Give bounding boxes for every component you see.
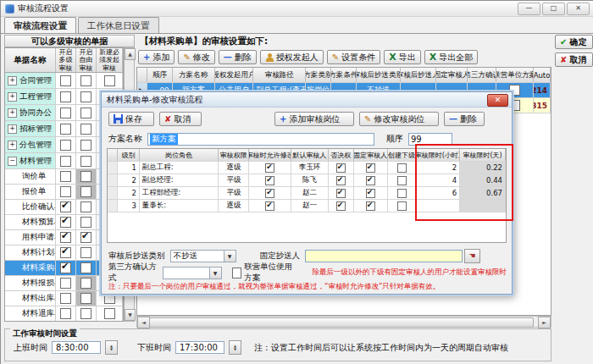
- checkbox[interactable]: [80, 293, 91, 304]
- checkbox[interactable]: [60, 108, 71, 119]
- third-party-select[interactable]: ▼: [163, 267, 221, 279]
- end-time-input[interactable]: 17:30:00: [175, 341, 224, 354]
- chevron-down-icon[interactable]: ▼: [209, 267, 221, 279]
- checkbox[interactable]: [265, 189, 274, 198]
- collapse-icon[interactable]: −: [8, 157, 17, 166]
- checkbox[interactable]: [60, 278, 71, 289]
- ok-button[interactable]: ✔ 确定: [555, 35, 593, 49]
- checkbox[interactable]: [60, 247, 71, 258]
- dialog-cancel-button[interactable]: ✘取消: [159, 112, 202, 126]
- checkbox[interactable]: [336, 163, 346, 173]
- dcol-2[interactable]: 岗位角色: [140, 149, 219, 161]
- checkbox[interactable]: [80, 140, 91, 151]
- checkbox[interactable]: [60, 232, 71, 243]
- dialog-row-1[interactable]: 1副总工程:逐级李玉环20.22: [108, 162, 506, 174]
- checkbox[interactable]: [60, 156, 71, 167]
- start-time-input[interactable]: 8:30:00: [52, 341, 101, 354]
- checkbox[interactable]: [80, 278, 91, 289]
- checkbox[interactable]: [80, 232, 91, 243]
- checkbox[interactable]: [397, 201, 407, 211]
- col-5[interactable]: 方案类别: [306, 68, 331, 82]
- plan-name-input[interactable]: 新方案: [147, 133, 374, 146]
- minimize-button[interactable]: —: [518, 3, 540, 15]
- dcol-10[interactable]: 审核限时(天): [460, 149, 506, 161]
- checkbox[interactable]: [60, 124, 71, 135]
- checkbox[interactable]: [60, 75, 71, 86]
- checkbox[interactable]: [336, 176, 346, 185]
- expand-icon[interactable]: +: [8, 124, 17, 134]
- delete-post-button[interactable]: —删除: [444, 112, 485, 126]
- checkbox[interactable]: [80, 108, 91, 119]
- person-picker-icon[interactable]: ☚: [464, 249, 480, 263]
- dialog-row-2[interactable]: 2副总经理:平级陈飞40.44: [108, 174, 506, 187]
- checkbox[interactable]: [80, 217, 91, 228]
- checkbox[interactable]: [80, 124, 91, 135]
- expand-icon[interactable]: +: [8, 92, 17, 102]
- col-10[interactable]: 第三方确认: [468, 68, 496, 82]
- col-11[interactable]: 联营单位方案: [496, 68, 534, 82]
- horizontal-scrollbar[interactable]: ◄ ►: [136, 316, 551, 328]
- expand-icon[interactable]: +: [8, 108, 17, 118]
- col-3[interactable]: 授权发起用户: [215, 68, 254, 82]
- checkbox[interactable]: [60, 186, 71, 197]
- checkbox[interactable]: [80, 201, 91, 212]
- 修改-button[interactable]: ✎修改: [178, 50, 214, 64]
- checkbox[interactable]: [80, 75, 91, 86]
- checkbox[interactable]: [80, 247, 91, 258]
- fixed-cc-input[interactable]: [305, 250, 463, 262]
- dcol-3[interactable]: 审核权限: [219, 149, 249, 161]
- col-4[interactable]: 审核路径: [253, 68, 306, 82]
- 导出-button[interactable]: X导出: [384, 50, 420, 64]
- tab-rest-days[interactable]: 工作休息日设置: [78, 17, 159, 33]
- close-button[interactable]: ✕: [567, 3, 590, 15]
- checkbox[interactable]: [397, 176, 407, 185]
- checkbox[interactable]: [80, 186, 91, 197]
- checkbox[interactable]: [104, 75, 115, 86]
- dcol-1[interactable]: 级别: [118, 149, 140, 161]
- scroll-up-icon[interactable]: ▲: [125, 48, 136, 60]
- col-6[interactable]: 方案条件: [331, 68, 357, 82]
- 设置条件-button[interactable]: ✎设置条件: [327, 50, 380, 64]
- col-9[interactable]: 固定审核人: [436, 68, 468, 82]
- dcol-4[interactable]: 审核时允许修改: [249, 149, 291, 161]
- col-2[interactable]: 方案名称: [173, 68, 215, 82]
- checkbox[interactable]: [60, 308, 71, 319]
- checkbox[interactable]: [80, 156, 91, 167]
- checkbox[interactable]: [366, 163, 375, 173]
- col-7[interactable]: 审核后抄送类别: [357, 68, 401, 82]
- 导出全部-button[interactable]: X导出全部: [424, 50, 478, 64]
- scroll-left-icon[interactable]: ◄: [137, 317, 150, 328]
- checkbox[interactable]: [60, 293, 71, 304]
- dialog-row-4[interactable]: 3董事长:逐级赵一: [108, 200, 506, 212]
- maximize-button[interactable]: □: [542, 3, 565, 15]
- checkbox[interactable]: [336, 189, 346, 198]
- checkbox[interactable]: [60, 140, 71, 151]
- checkbox[interactable]: [265, 176, 274, 185]
- checkbox[interactable]: [60, 262, 71, 273]
- 删除-button[interactable]: —删除: [219, 50, 257, 64]
- 添加-button[interactable]: +添加: [138, 50, 175, 64]
- edit-post-button[interactable]: ✎修改审核岗位: [359, 112, 439, 126]
- dcol-7[interactable]: 固定审核人: [354, 149, 388, 161]
- col-12[interactable]: Auto: [534, 68, 551, 82]
- col-1[interactable]: 顺序: [147, 68, 173, 82]
- dcol-6[interactable]: 否决权: [329, 149, 354, 161]
- checkbox[interactable]: [104, 308, 115, 319]
- add-post-button[interactable]: +添加审核岗位: [274, 112, 354, 126]
- sidebar-row-材料退库单[interactable]: 材料退库单: [5, 306, 123, 322]
- dcol-5[interactable]: 默认审核人: [291, 149, 329, 161]
- save-button[interactable]: 保存: [108, 112, 154, 126]
- col-8[interactable]: 审核后抄送人: [401, 68, 436, 82]
- checkbox[interactable]: [366, 201, 375, 211]
- checkbox[interactable]: [60, 217, 71, 228]
- checkbox[interactable]: [366, 189, 375, 198]
- checkbox[interactable]: [336, 201, 346, 211]
- checkbox[interactable]: [60, 171, 71, 182]
- tab-audit-flow[interactable]: 审核流程设置: [4, 17, 76, 34]
- checkbox[interactable]: [232, 267, 242, 279]
- 授权发起人-button[interactable]: 授权发起人: [260, 50, 324, 64]
- checkbox[interactable]: [397, 189, 407, 198]
- end-time-spinner[interactable]: ▲▼: [229, 340, 241, 355]
- checkbox[interactable]: [366, 176, 375, 185]
- checkbox[interactable]: [80, 91, 91, 102]
